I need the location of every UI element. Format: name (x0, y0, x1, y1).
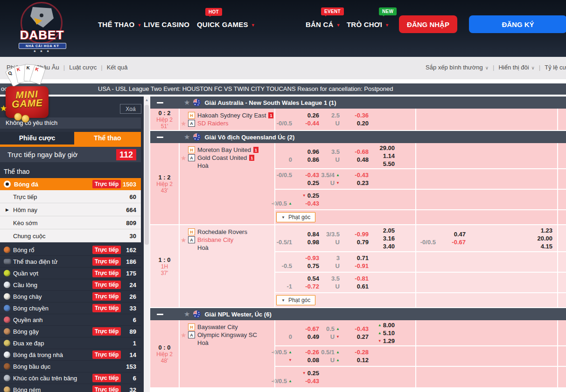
scroll-up-arrow[interactable]: ▲ (144, 98, 150, 102)
away-team-row[interactable]: ASD Raiders (188, 119, 274, 127)
sidebar-subitem-1[interactable]: ▶Hôm nay664 (0, 203, 141, 216)
away-team-row[interactable]: AOlympic Kingsway SC (188, 331, 274, 339)
sidebar-item-sport-5[interactable]: Bóng chuyềnTrực tiếp33 (0, 303, 141, 314)
odds-cell-1x2[interactable]: ▲8.00▲5.10▼1.29 (369, 321, 395, 345)
away-team-row[interactable]: AGold Coast United1 (188, 154, 274, 162)
odds-cell-handicap[interactable] (436, 254, 466, 270)
odds-cell-1x2[interactable]: 29.001.145.50 (369, 144, 395, 168)
favorite-league-star[interactable]: ★ (184, 133, 190, 141)
odds-cell-total[interactable] (340, 369, 369, 385)
favorite-match-star[interactable]: ★ (181, 120, 187, 127)
odds-cell-handicap[interactable]: -0.260.08 (292, 348, 319, 364)
odds-cell-total[interactable] (486, 148, 515, 164)
collapse-icon[interactable] (157, 102, 163, 103)
odds-cell-handicap[interactable]: -0.670.49 (292, 325, 319, 341)
odds-cell-total[interactable]: -0.280.12 (340, 348, 369, 364)
odds-cell-1x2[interactable]: 1.2320.004.15 (515, 227, 552, 250)
sidebar-subitem-3[interactable]: Chung cuộc30 (0, 229, 141, 242)
odds-cell-total[interactable] (340, 192, 369, 207)
odds-cell-total[interactable]: -0.990.79 (340, 230, 369, 246)
live-now-row[interactable]: Trực tiếp ngay bây giờ 112 (0, 147, 141, 162)
favorite-match-star[interactable]: ★ (181, 236, 187, 244)
odds-cell-handicap[interactable]: -0.430.25 (292, 171, 319, 187)
odds-cell-handicap[interactable] (436, 171, 466, 187)
odds-cell-total[interactable] (486, 230, 515, 246)
odds-cell-total[interactable] (486, 325, 515, 341)
odds-cell-handicap[interactable]: 0.840.98 (292, 230, 319, 246)
collapse-icon[interactable] (157, 137, 163, 138)
league-header[interactable]: ★Giải Vô địch Queensland Úc (2) (150, 131, 566, 143)
odds-cell-1x2[interactable]: 2.053.163.40 (369, 227, 395, 250)
home-team-row[interactable]: HBayswater City (188, 323, 274, 331)
nav-live-casino[interactable]: LIVE CASINO (144, 21, 189, 28)
home-team-row[interactable]: HRochedale Rovers (188, 228, 274, 236)
league-header[interactable]: ★Giải NPL Wester, Úc (6) (150, 308, 566, 320)
odds-cell-handicap[interactable] (436, 325, 466, 341)
teams-cell[interactable]: ★HHakoah Sydney City East1ASD Raiders (180, 109, 275, 130)
nav-the-thao[interactable]: THỂ THAO▼ (98, 21, 141, 28)
sidebar-item-sport-12[interactable]: Bóng némTrực tiếp32 (0, 384, 141, 392)
nav-ban-ca[interactable]: BẮN CÁ▼ (306, 21, 341, 28)
odds-cell-handicap[interactable] (436, 192, 466, 207)
odds-cell-total[interactable] (486, 111, 515, 127)
away-team-row[interactable]: ABrisbane City (188, 236, 274, 244)
collapse-icon[interactable] (157, 314, 163, 315)
league-header[interactable]: ★Giải Australia - New South Wales League… (150, 96, 566, 109)
odds-cell-total[interactable] (486, 192, 515, 207)
odds-cell-handicap[interactable] (436, 275, 466, 290)
sort-dropdown[interactable]: Sắp xếp bình thường∨ (426, 64, 489, 71)
sidebar-item-sport-6[interactable]: Quyền anh6 (0, 314, 141, 326)
brand-logo[interactable]: DABET NHÀ CÁI HOA KỲ ★ ★ ★ (21, 1, 63, 56)
odds-cell-handicap[interactable]: 0.54-0.72 (292, 275, 319, 290)
sidebar-item-sport-3[interactable]: Cầu lôngTrực tiếp24 (0, 279, 141, 291)
favorite-league-star[interactable]: ★ (184, 99, 190, 106)
odds-cell-total[interactable]: -0.360.20 (340, 111, 369, 127)
nav-quick-games[interactable]: QUICK GAMES▼ (197, 21, 255, 28)
odds-cell-total[interactable] (486, 275, 515, 290)
odds-cell-handicap[interactable]: ▼0.25-0.43 (292, 369, 319, 385)
odds-cell-total[interactable] (486, 348, 515, 364)
sidebar-item-sport-10[interactable]: Bóng bầu dục153 (0, 361, 141, 372)
sidebar-item-sport-2[interactable]: Quần vợtTrực tiếp175 (0, 268, 141, 279)
sidebar-item-sport-7[interactable]: Bóng gậyTrực tiếp89 (0, 326, 141, 337)
odds-cell-handicap[interactable] (436, 369, 466, 385)
link-ket-qua[interactable]: Kết quả (107, 64, 128, 71)
corner-bets-button[interactable]: ▼Phạt góc (276, 212, 315, 222)
odds-cell-handicap[interactable]: 0.26-0.44 (292, 111, 319, 127)
clear-favorites-button[interactable]: Xoá (120, 104, 141, 114)
odds-cell-handicap[interactable]: 0.960.86 (292, 148, 319, 164)
odds-cell-handicap[interactable]: ▼0.25-0.43 (292, 192, 319, 207)
odds-cell-total[interactable]: -0.810.61 (340, 275, 369, 290)
sidebar-item-bong-da[interactable]: Bóng đá Trực tiếp 1503 (0, 178, 141, 190)
sidebar-subitem-0[interactable]: Trực tiếp60 (0, 190, 141, 203)
nav-tro-choi[interactable]: TRÒ CHƠI▼ (347, 21, 389, 28)
sidebar-item-sport-11[interactable]: Khúc côn cầu trên băngTrực tiếp6 (0, 372, 141, 384)
corner-bets-button[interactable]: ▼Phạt góc (276, 295, 315, 305)
odds-cell-handicap[interactable] (436, 148, 466, 164)
odds-type-dropdown[interactable]: Tỷ lệ cược: Kiểu Mỹ (545, 64, 566, 71)
sidebar-item-sport-0[interactable]: Bóng rổTrực tiếp162 (0, 244, 141, 256)
odds-cell-total[interactable] (486, 369, 515, 385)
odds-cell-total[interactable] (486, 171, 515, 187)
favorite-match-star[interactable]: ★ (181, 154, 187, 162)
teams-cell[interactable]: ★HMoreton Bay United1AGold Coast United1… (180, 143, 275, 224)
sidebar-item-sport-9[interactable]: Bóng đá trong nhàTrực tiếp14 (0, 349, 141, 361)
display-dropdown[interactable]: Hiển thị đôi∨ (498, 64, 534, 71)
odds-cell-total[interactable]: 0.71-0.91 (340, 254, 369, 270)
favorite-league-star[interactable]: ★ (184, 310, 190, 318)
teams-cell[interactable]: ★HRochedale RoversABrisbane CityHoà (180, 225, 275, 307)
tab-the-thao[interactable]: Thể thao (74, 132, 141, 144)
home-team-row[interactable]: HHakoah Sydney City East1 (188, 111, 274, 119)
login-button[interactable]: ĐĂNG NHẬP (399, 15, 457, 33)
register-button[interactable]: ĐĂNG KÝ (469, 15, 566, 33)
favorite-match-star[interactable]: ★ (181, 331, 187, 339)
sidebar-item-sport-1[interactable]: Thể thao điện tửTrực tiếp186 (0, 256, 141, 268)
odds-cell-handicap[interactable] (436, 348, 466, 364)
link-luat-cuoc[interactable]: Luật cược (69, 64, 97, 71)
mini-game-widget[interactable]: Q K K K MINIGAME ★ (5, 64, 49, 128)
odds-cell-total[interactable]: -0.430.23 (340, 171, 369, 187)
sidebar-item-sport-8[interactable]: Đua xe đạp1 (0, 337, 141, 349)
home-team-row[interactable]: HMoreton Bay United1 (188, 146, 274, 154)
odds-cell-total[interactable]: -0.430.27 (340, 325, 369, 341)
odds-cell-total[interactable] (486, 254, 515, 270)
